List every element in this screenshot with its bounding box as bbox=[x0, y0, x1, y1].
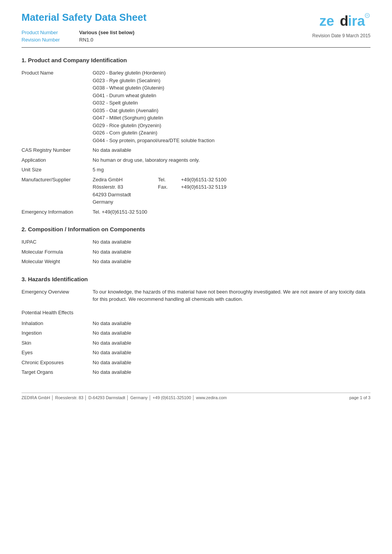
application-row: Application No human or drug use, labora… bbox=[22, 155, 370, 165]
section-3: 3. Hazards Identification Emergency Over… bbox=[22, 276, 370, 377]
section-2-title: 2. Composition / Information on Componen… bbox=[22, 226, 370, 232]
cas-label: CAS Registry Number bbox=[22, 145, 93, 155]
skin-value: No data available bbox=[93, 338, 370, 348]
product-number-value: Various (see list below) bbox=[79, 30, 146, 35]
emergency-overview-label: Emergency Overview bbox=[22, 287, 93, 304]
cas-row: CAS Registry Number No data available bbox=[22, 145, 370, 155]
iupac-value: No data available bbox=[93, 237, 370, 247]
page-title: Material Safety Data Sheet bbox=[22, 12, 146, 23]
inhalation-row: Inhalation No data available bbox=[22, 318, 370, 328]
mol-formula-value: No data available bbox=[93, 247, 370, 257]
header-divider bbox=[22, 47, 370, 48]
section-2-table: IUPAC No data available Molecular Formul… bbox=[22, 237, 370, 267]
product-name-label: Product Name bbox=[22, 68, 93, 145]
skin-label: Skin bbox=[22, 338, 93, 348]
eyes-label: Eyes bbox=[22, 348, 93, 358]
section-3-title: 3. Hazards Identification bbox=[22, 276, 370, 282]
iupac-label: IUPAC bbox=[22, 237, 93, 247]
svg-text:ira: ira bbox=[348, 13, 365, 29]
logo-svg: ze d ira ® bbox=[317, 12, 370, 31]
mol-weight-label: Molecular Weight bbox=[22, 257, 93, 267]
supplier-tel-fax-labels: Tel. Fax. bbox=[158, 176, 177, 206]
footer-text: ZEDIRA GmbH │ Roesslerstr. 83 │ D-64293 … bbox=[22, 395, 370, 400]
footer-page: page 1 of 3 bbox=[349, 395, 370, 400]
header-section: Material Safety Data Sheet Product Numbe… bbox=[22, 12, 370, 43]
section-1-title: 1. Product and Company Identification bbox=[22, 57, 370, 63]
section-3-table: Emergency Overview To our knowledge, the… bbox=[22, 287, 370, 304]
supplier-address: Zedira GmbH Rösslerstr. 83 64293 Darmsta… bbox=[93, 176, 154, 206]
application-value: No human or drug use, laboratory reagent… bbox=[93, 155, 370, 165]
supplier-country: Germany bbox=[93, 199, 113, 205]
ingestion-row: Ingestion No data available bbox=[22, 328, 370, 338]
supplier-street: Rösslerstr. 83 bbox=[93, 184, 123, 190]
supplier-tel-fax-values: +49(0)6151-32 5100 +49(0)6151-32 5119 bbox=[181, 176, 370, 206]
unit-size-value: 5 mg bbox=[93, 165, 370, 175]
section-1-table: Product Name G020 - Barley glutelin (Hor… bbox=[22, 68, 370, 217]
mol-weight-value: No data available bbox=[93, 257, 370, 267]
page-wrapper: Material Safety Data Sheet Product Numbe… bbox=[0, 0, 392, 415]
emergency-overview-text: To our knowledge, the hazards of this ma… bbox=[93, 287, 370, 304]
chronic-row: Chronic Exposures No data available bbox=[22, 358, 370, 368]
unit-size-row: Unit Size 5 mg bbox=[22, 165, 370, 175]
eyes-value: No data available bbox=[93, 348, 370, 358]
unit-size-label: Unit Size bbox=[22, 165, 93, 175]
chronic-label: Chronic Exposures bbox=[22, 358, 93, 368]
footer-company: ZEDIRA GmbH │ Roesslerstr. 83 │ D-64293 … bbox=[22, 395, 227, 400]
potential-health-label: Potential Health Effects bbox=[22, 310, 73, 315]
target-organs-label: Target Organs bbox=[22, 367, 93, 377]
emergency-row: Emergency Information Tel. +49(0)6151-32… bbox=[22, 207, 370, 217]
mol-formula-label: Molecular Formula bbox=[22, 247, 93, 257]
header-right: ze d ira ® Revision Date 9 March 2015 bbox=[312, 12, 370, 38]
target-organs-value: No data available bbox=[93, 367, 370, 377]
mol-formula-row: Molecular Formula No data available bbox=[22, 247, 370, 257]
section-2: 2. Composition / Information on Componen… bbox=[22, 226, 370, 267]
product-number-label: Product Number bbox=[22, 30, 75, 35]
footer: ZEDIRA GmbH │ Roesslerstr. 83 │ D-64293 … bbox=[22, 393, 370, 400]
target-organs-row: Target Organs No data available bbox=[22, 367, 370, 377]
ingestion-label: Ingestion bbox=[22, 328, 93, 338]
inhalation-value: No data available bbox=[93, 318, 370, 328]
header-left: Material Safety Data Sheet Product Numbe… bbox=[22, 12, 146, 43]
revision-date: Revision Date 9 March 2015 bbox=[312, 33, 370, 38]
ingestion-value: No data available bbox=[93, 328, 370, 338]
product-name-row: Product Name G020 - Barley glutelin (Hor… bbox=[22, 68, 370, 145]
tel-value: +49(0)6151-32 5100 bbox=[181, 177, 226, 182]
eyes-row: Eyes No data available bbox=[22, 348, 370, 358]
supplier-name: Zedira GmbH bbox=[93, 177, 123, 182]
emergency-overview-row: Emergency Overview To our knowledge, the… bbox=[22, 287, 370, 304]
cas-value: No data available bbox=[93, 145, 370, 155]
supplier-info: Zedira GmbH Rösslerstr. 83 64293 Darmsta… bbox=[93, 175, 370, 207]
section-1: 1. Product and Company Identification Pr… bbox=[22, 57, 370, 217]
supplier-label: Manufacturer/Supplier bbox=[22, 175, 93, 207]
emergency-label: Emergency Information bbox=[22, 207, 93, 217]
emergency-value: Tel. +49(0)6151-32 5100 bbox=[93, 207, 370, 217]
svg-text:®: ® bbox=[366, 14, 368, 17]
fax-value: +49(0)6151-32 5119 bbox=[181, 184, 226, 190]
fax-label: Fax. bbox=[158, 184, 168, 190]
supplier-row: Manufacturer/Supplier Zedira GmbH Rössle… bbox=[22, 175, 370, 207]
iupac-row: IUPAC No data available bbox=[22, 237, 370, 247]
revision-number-label: Revision Number bbox=[22, 37, 75, 43]
supplier-city: 64293 Darmstadt bbox=[93, 192, 131, 197]
health-effects-table: Inhalation No data available Ingestion N… bbox=[22, 318, 370, 377]
product-name-values: G020 - Barley glutelin (Hordenin) G023 -… bbox=[93, 68, 370, 145]
mol-weight-row: Molecular Weight No data available bbox=[22, 257, 370, 267]
svg-text:d: d bbox=[340, 13, 348, 29]
logo: ze d ira ® bbox=[317, 12, 370, 31]
application-label: Application bbox=[22, 155, 93, 165]
skin-row: Skin No data available bbox=[22, 338, 370, 348]
inhalation-label: Inhalation bbox=[22, 318, 93, 328]
revision-number-value: RN1.0 bbox=[79, 37, 146, 43]
header-meta: Product Number Various (see list below) … bbox=[22, 30, 146, 43]
chronic-value: No data available bbox=[93, 358, 370, 368]
tel-label: Tel. bbox=[158, 177, 166, 182]
svg-text:ze: ze bbox=[319, 13, 334, 29]
